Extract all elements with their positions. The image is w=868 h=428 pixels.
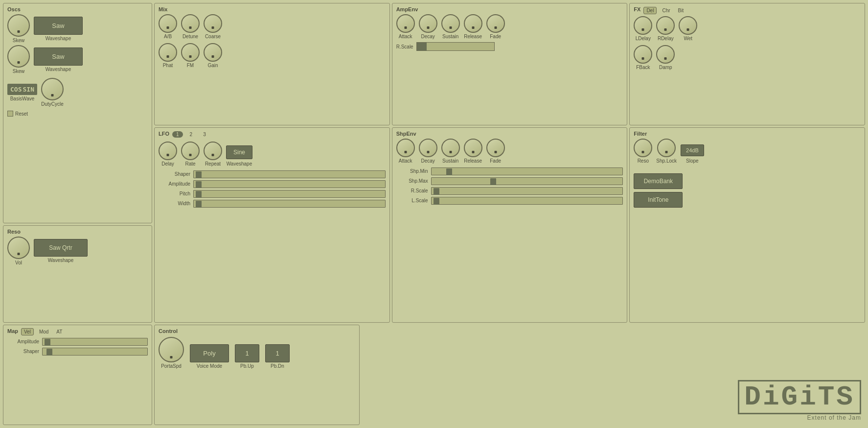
osc2-wave-group: Saw Waveshape	[34, 48, 83, 72]
ampenv-release-knob[interactable]	[464, 14, 482, 33]
knob-indicator	[212, 55, 214, 58]
basis-row: COS SIN BasisWave DutyCycle	[7, 78, 148, 107]
mix-coarse-knob[interactable]	[204, 14, 222, 33]
demobank-button[interactable]: DemoBank	[634, 173, 683, 189]
lfo-repeat-knob[interactable]	[204, 142, 222, 160]
mix-gain-group: Gain	[204, 43, 222, 68]
filter-reso-knob[interactable]	[634, 139, 652, 157]
fx-fback-knob[interactable]	[634, 45, 652, 64]
lfo-rate-knob[interactable]	[181, 142, 200, 160]
mix-detune-group: Detune	[181, 14, 200, 39]
lfo-title: LFO	[159, 131, 169, 137]
osc2-skew-knob[interactable]	[7, 45, 30, 68]
shpenv-fade-knob[interactable]	[486, 139, 505, 157]
ampenv-decay-knob[interactable]	[419, 14, 437, 33]
mix-phat-knob[interactable]	[159, 43, 177, 62]
voicemode-label: Voice Mode	[197, 363, 222, 369]
digits-logo: DiGiTS Extent of the Jam	[738, 380, 861, 421]
lfo-shaper-slider[interactable]	[193, 170, 386, 178]
shpenv-attack-knob[interactable]	[396, 139, 415, 157]
lfo-pitch-row: Pitch	[159, 190, 386, 198]
osc1-wave-button[interactable]: Saw	[34, 17, 83, 35]
oscs-panel: Oscs Skew Saw Waveshape Skew	[3, 3, 152, 223]
map-shaper-slider[interactable]	[42, 348, 148, 356]
lfo-sine-button[interactable]: Sine	[226, 145, 252, 159]
mix-phat-label: Phat	[163, 63, 173, 68]
ampenv-rscale-slider[interactable]	[416, 42, 495, 51]
mix-ab-knob[interactable]	[159, 14, 177, 33]
knob-indicator	[404, 151, 407, 153]
dutycycle-knob[interactable]	[41, 78, 64, 100]
pbup-button[interactable]: 1	[235, 344, 259, 362]
mix-detune-knob[interactable]	[181, 14, 200, 33]
lfo-waveshape-label: Waveshape	[227, 161, 252, 166]
fx-fback-group: FBack	[634, 45, 652, 70]
ampenv-sustain-knob[interactable]	[441, 14, 460, 33]
ampenv-attack-group: Attack	[396, 14, 415, 39]
knob-indicator	[404, 26, 407, 29]
shpenv-lscale-slider[interactable]	[431, 197, 623, 205]
shpenv-shpmax-row: Shp.Max	[396, 177, 623, 185]
pbdn-button[interactable]: 1	[265, 344, 290, 362]
fx-wet-knob[interactable]	[679, 16, 697, 35]
shpenv-decay-knob[interactable]	[419, 139, 437, 157]
osc2-wave-button[interactable]: Saw	[34, 48, 83, 66]
osc1-waveshape-label: Waveshape	[46, 36, 71, 41]
shpenv-rscale-slider[interactable]	[431, 187, 623, 195]
shpenv-sustain-knob[interactable]	[441, 139, 460, 157]
mix-gain-knob[interactable]	[204, 43, 222, 62]
filter-slope-button[interactable]: 24dB	[681, 144, 704, 156]
ampenv-fade-knob[interactable]	[486, 14, 505, 33]
reso-vol-label: Vol	[15, 260, 22, 265]
knob-indicator	[494, 26, 497, 29]
map-vel-tab[interactable]: Vel	[21, 328, 34, 335]
fx-del-tab[interactable]: Del	[643, 7, 657, 14]
fx-rdelay-knob[interactable]	[656, 16, 675, 35]
map-header: Map Vel Mod AT	[7, 328, 148, 336]
map-at-tab[interactable]: AT	[54, 329, 65, 335]
lfo-tab-3[interactable]: 3	[199, 131, 210, 138]
lfo-tab-1[interactable]: 1	[172, 131, 183, 138]
lfo-width-slider[interactable]	[193, 200, 386, 208]
reso-wave-button[interactable]: Saw Qrtr	[34, 239, 88, 257]
fx-wet-group: Wet	[679, 16, 697, 41]
fx-chr-tab[interactable]: Chr	[660, 7, 672, 14]
shpenv-release-knob[interactable]	[464, 139, 482, 157]
voicemode-button[interactable]: Poly	[190, 344, 229, 362]
lfo-knobs: Delay Rate Repeat Sine Waveshape	[159, 142, 386, 166]
lfo-tab-2[interactable]: 2	[186, 131, 197, 138]
lfo-width-label: Width	[159, 201, 190, 206]
shpenv-shpmax-slider[interactable]	[431, 177, 623, 185]
fx-bit-tab[interactable]: Bit	[676, 7, 686, 14]
filter-shplock-knob[interactable]	[657, 139, 676, 157]
ampenv-fade-group: Fade	[486, 14, 505, 39]
reso-vol-knob[interactable]	[7, 237, 30, 259]
knob-indicator	[642, 151, 644, 153]
pbup-label: Pb.Up	[240, 363, 254, 369]
shpenv-lscale-thumb	[434, 198, 439, 205]
shpenv-shpmin-slider[interactable]	[431, 167, 623, 175]
ampenv-attack-knob[interactable]	[396, 14, 415, 33]
reset-label: Reset	[15, 111, 28, 117]
reso-vol-group: Vol	[7, 237, 30, 265]
ampenv-fade-label: Fade	[490, 34, 501, 39]
shpenv-rscale-label: R.Scale	[396, 188, 428, 193]
osc1-skew-knob[interactable]	[7, 14, 30, 37]
map-amplitude-slider[interactable]	[42, 338, 148, 346]
ampenv-panel: AmpEnv Attack Decay Sustain	[392, 3, 628, 125]
lfo-pitch-slider[interactable]	[193, 190, 386, 198]
reset-row: Reset	[7, 111, 148, 117]
mix-fm-knob[interactable]	[181, 43, 200, 62]
map-mod-tab[interactable]: Mod	[37, 329, 51, 335]
ampenv-rscale-row: R.Scale	[396, 42, 623, 51]
lfo-delay-knob[interactable]	[159, 142, 177, 160]
knob-indicator	[642, 28, 644, 31]
reset-checkbox[interactable]	[7, 111, 13, 117]
lfo-amplitude-slider[interactable]	[193, 180, 386, 188]
portaspd-knob[interactable]	[159, 337, 184, 362]
shpenv-shpmin-thumb	[446, 168, 452, 175]
fx-rdelay-group: RDelay	[656, 16, 675, 41]
inittone-button[interactable]: InitTone	[634, 192, 683, 208]
fx-ldelay-knob[interactable]	[634, 16, 652, 35]
fx-damp-knob[interactable]	[656, 45, 675, 64]
